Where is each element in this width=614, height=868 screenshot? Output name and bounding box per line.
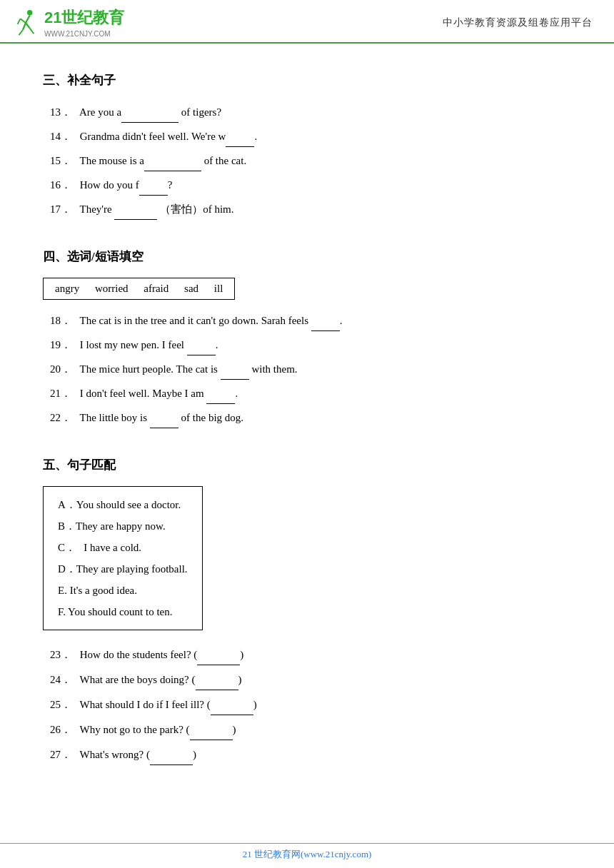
answer-25 (211, 693, 253, 715)
question-20: 20． The mice hurt people. The cat is wit… (43, 358, 571, 380)
blank-17 (114, 207, 157, 220)
word-sad: sad (184, 283, 198, 294)
match-C: C． I have a cold. (58, 537, 188, 558)
question-23: 23． How do the students feel? ( ) (43, 643, 571, 665)
question-19: 19． I lost my new pen. I feel . (43, 334, 571, 355)
main-content: 三、补全句子 13． Are you a of tigers? 14． Gran… (0, 44, 614, 837)
blank-22 (150, 415, 178, 428)
match-E: E. It's a good idea. (58, 580, 188, 601)
question-21: 21． I don't feel well. Maybe I am . (43, 383, 571, 404)
blank-13 (121, 110, 178, 123)
question-24: 24． What are the boys doing? ( ) (43, 668, 571, 690)
question-15: 15． The mouse is a of the cat. (43, 150, 571, 171)
runner-icon (14, 9, 37, 36)
footer-text: 21 世纪教育网(www.21cnjy.com) (243, 849, 372, 859)
section-3: 三、补全句子 13． Are you a of tigers? 14． Gran… (43, 72, 571, 220)
svg-line-2 (20, 19, 26, 23)
blank-16 (139, 183, 168, 196)
header-tagline: 中小学教育资源及组卷应用平台 (443, 16, 593, 29)
question-26: 26． Why not go to the park? ( ) (43, 718, 571, 740)
blank-14 (226, 134, 254, 147)
question-18: 18． The cat is in the tree and it can't … (43, 310, 571, 331)
logo-21: 21世纪教育 (44, 7, 124, 29)
match-box: A．You should see a doctor. B．They are ha… (43, 486, 203, 630)
section-3-title: 三、补全句子 (43, 72, 571, 89)
logo-text-block: 21世纪教育 WWW.21CNJY.COM (44, 7, 124, 38)
answer-26 (190, 718, 233, 740)
svg-line-3 (18, 19, 21, 24)
question-13: 13． Are you a of tigers? (43, 101, 571, 123)
page-footer: 21 世纪教育网(www.21cnjy.com) (0, 843, 614, 861)
blank-21 (206, 391, 235, 404)
svg-line-6 (26, 23, 30, 29)
match-F: F. You should count to ten. (58, 601, 188, 622)
question-16: 16． How do you f? (43, 174, 571, 196)
blank-19 (187, 343, 216, 355)
answer-27 (150, 743, 193, 765)
svg-line-7 (30, 28, 34, 34)
svg-line-4 (23, 23, 26, 30)
word-worried: worried (95, 283, 129, 294)
blank-18 (311, 318, 340, 331)
section-4-title: 四、选词/短语填空 (43, 248, 571, 265)
match-A: A．You should see a doctor. (58, 494, 188, 515)
question-25: 25． What should I do if I feel ill? ( ) (43, 693, 571, 715)
word-angry: angry (55, 283, 79, 294)
logo-area: 21世纪教育 WWW.21CNJY.COM (14, 7, 124, 38)
logo-site: WWW.21CNJY.COM (44, 30, 124, 38)
answer-24 (196, 668, 238, 690)
word-afraid: afraid (144, 283, 168, 294)
question-14: 14． Grandma didn't feel well. We're w. (43, 126, 571, 147)
svg-line-1 (26, 15, 30, 22)
answer-23 (197, 643, 240, 665)
question-27: 27． What's wrong? ( ) (43, 743, 571, 765)
blank-15 (144, 158, 201, 171)
section-5: 五、句子匹配 A．You should see a doctor. B．They… (43, 457, 571, 765)
word-box: angry worried afraid sad ill (43, 278, 235, 300)
match-B: B．They are happy now. (58, 515, 188, 537)
svg-line-5 (19, 29, 24, 35)
svg-point-0 (27, 9, 33, 15)
word-ill: ill (214, 283, 223, 294)
question-17: 17． They're （害怕）of him. (43, 198, 571, 220)
page-header: 21世纪教育 WWW.21CNJY.COM 中小学教育资源及组卷应用平台 (0, 0, 614, 44)
match-D: D．They are playing football. (58, 558, 188, 580)
section-5-title: 五、句子匹配 (43, 457, 571, 473)
section-4: 四、选词/短语填空 angry worried afraid sad ill 1… (43, 248, 571, 428)
question-22: 22． The little boy is of the big dog. (43, 407, 571, 428)
blank-20 (221, 367, 249, 380)
